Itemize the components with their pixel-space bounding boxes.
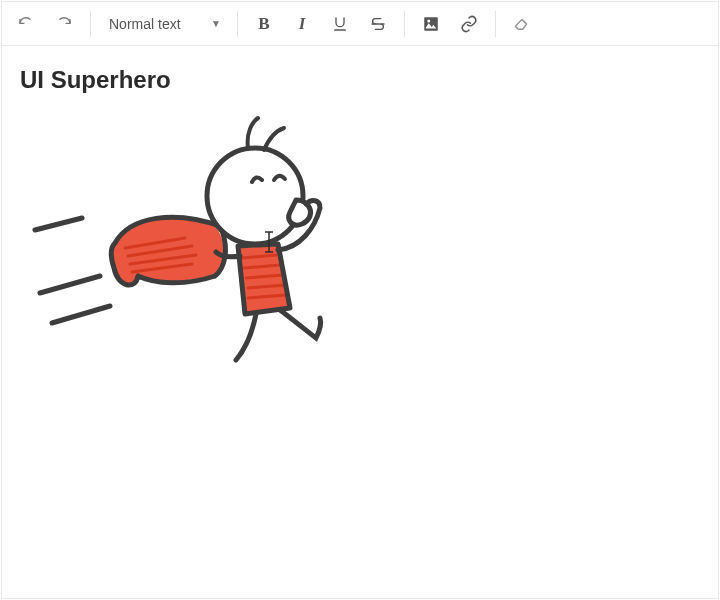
clear-formatting-button[interactable] (504, 7, 540, 41)
insert-link-button[interactable] (451, 7, 487, 41)
eraser-icon (513, 15, 531, 33)
link-icon (460, 15, 478, 33)
toolbar: Normal text ▼ B I (2, 2, 718, 46)
underline-icon (332, 15, 348, 33)
undo-icon (18, 16, 34, 32)
undo-button[interactable] (8, 7, 44, 41)
svg-line-6 (40, 276, 100, 293)
editor-content[interactable]: UI Superhero (2, 46, 718, 598)
bold-button[interactable]: B (246, 7, 282, 41)
superhero-drawing-icon (20, 108, 400, 388)
chevron-down-icon: ▼ (211, 18, 221, 29)
bold-icon: B (258, 14, 269, 34)
italic-icon: I (299, 14, 306, 34)
separator (90, 11, 91, 37)
separator (404, 11, 405, 37)
svg-line-7 (52, 306, 110, 323)
editor-frame: Normal text ▼ B I UI Superhero (1, 1, 719, 599)
image-icon (422, 15, 440, 33)
text-style-label: Normal text (109, 16, 181, 32)
text-style-select[interactable]: Normal text ▼ (99, 7, 229, 41)
separator (495, 11, 496, 37)
separator (237, 11, 238, 37)
redo-icon (56, 16, 72, 32)
strikethrough-button[interactable] (360, 7, 396, 41)
svg-rect-2 (424, 17, 438, 31)
italic-button[interactable]: I (284, 7, 320, 41)
insert-image-button[interactable] (413, 7, 449, 41)
svg-line-5 (35, 218, 82, 230)
embedded-image[interactable] (20, 108, 400, 388)
underline-button[interactable] (322, 7, 358, 41)
svg-point-4 (427, 19, 430, 22)
svg-point-8 (207, 148, 303, 244)
document-title[interactable]: UI Superhero (20, 66, 700, 94)
strikethrough-icon (370, 15, 386, 33)
redo-button[interactable] (46, 7, 82, 41)
